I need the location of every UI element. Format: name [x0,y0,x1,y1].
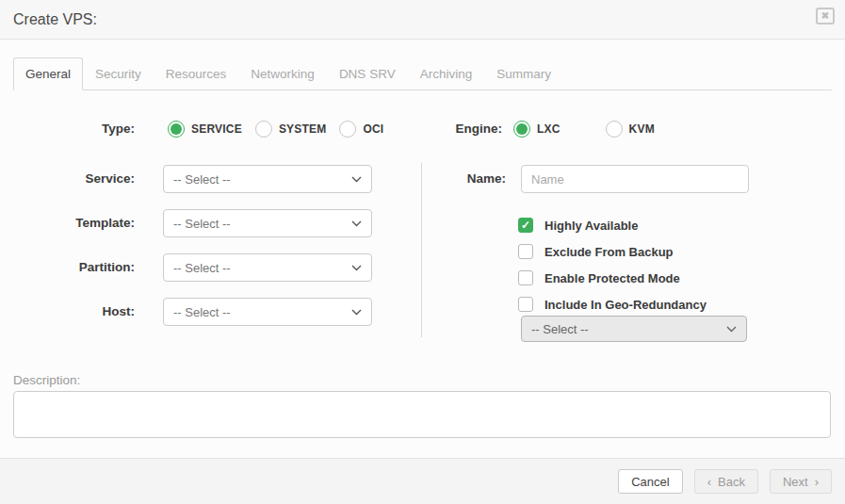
dropdown-label: Host: [0,298,135,326]
radio-icon [513,121,530,138]
radio-option-label: LXC [537,122,561,136]
tab-label: General [25,67,71,81]
select-input[interactable]: -- Select -- [163,253,372,282]
radio-icon [168,121,185,138]
description-textarea[interactable] [13,391,831,438]
cancel-button[interactable]: Cancel [618,469,682,494]
select-input[interactable]: -- Select -- [163,209,372,237]
name-label: Name: [421,165,506,193]
radio-icon [339,121,356,138]
select-value: -- Select -- [173,261,231,275]
select-value: -- Select -- [173,172,231,187]
close-button[interactable]: ✖ [816,8,835,24]
checkbox-option-highly-available[interactable]: ✓ Highly Available [518,218,707,233]
chevron-down-icon [351,176,362,183]
tab-label: Summary [496,67,551,81]
select-input[interactable]: -- Select -- [163,165,372,193]
engine-radio-group: LXC KVM [513,115,655,143]
radio-icon [606,121,623,138]
checkbox-icon: ✓ [518,270,533,285]
create-vps-dialog: Create VPS: ✖ General Security Resources… [0,0,845,504]
tab-security[interactable]: Security [83,57,154,90]
tab-label: Archiving [420,67,473,81]
description-label: Description: [13,373,80,387]
dropdown-row-service: Service: -- Select -- [0,165,421,193]
dropdown-row-template: Template: -- Select -- [0,209,421,237]
radio-option-system[interactable]: SYSTEM [255,121,327,138]
checkbox-option-exclude-from-backup[interactable]: ✓ Exclude From Backup [518,244,707,259]
tab-label: DNS SRV [339,67,396,81]
chevron-down-icon [351,220,362,227]
dialog-header: Create VPS: ✖ [0,0,845,40]
next-button[interactable]: Next › [770,469,832,494]
tab-bar: General Security Resources Networking DN… [13,57,832,90]
type-label: Type: [0,115,135,143]
dropdown-label: Partition: [0,253,135,282]
radio-option-service[interactable]: SERVICE [168,121,242,138]
tab-general[interactable]: General [13,57,83,90]
checkbox-icon: ✓ [518,218,533,233]
type-radio-group: SERVICE SYSTEM OCI [168,115,383,143]
close-icon: ✖ [821,11,829,21]
back-button[interactable]: ‹ Back [694,469,758,494]
tab-dns-srv[interactable]: DNS SRV [327,57,408,90]
tab-summary[interactable]: Summary [484,57,563,90]
checkbox-icon: ✓ [518,244,533,259]
left-dropdown-column: Service: -- Select -- Template: -- Selec… [0,165,421,342]
chevron-down-icon [351,309,362,316]
checkbox-label: Include In Geo-Redundancy [544,298,707,312]
geo-redundancy-select[interactable]: -- Select -- [521,316,747,342]
tab-label: Security [95,67,141,81]
radio-icon [255,121,272,138]
tab-label: Networking [251,67,315,81]
checkbox-label: Enable Protected Mode [544,271,680,285]
radio-option-label: SYSTEM [279,122,327,136]
select-value: -- Select -- [531,322,589,336]
select-value: -- Select -- [173,217,231,231]
radio-option-kvm[interactable]: KVM [606,121,655,138]
tab-networking[interactable]: Networking [238,57,327,90]
dialog-footer: Cancel ‹ Back Next › [0,458,845,504]
engine-label: Engine: [421,115,502,143]
dropdown-label: Template: [0,209,135,237]
checkbox-option-include-in-geo-redundancy[interactable]: ✓ Include In Geo-Redundancy [518,297,707,312]
radio-option-lxc[interactable]: LXC [513,121,561,138]
tab-archiving[interactable]: Archiving [408,57,485,90]
chevron-down-icon [726,326,737,333]
dialog-title: Create VPS: [13,0,97,40]
radio-option-label: SERVICE [191,122,242,136]
dropdown-label: Service: [0,165,135,193]
radio-option-label: OCI [363,122,383,136]
checkbox-group: ✓ Highly Available ✓ Exclude From Backup… [518,218,707,323]
type-engine-row: Type: SERVICE SYSTEM OCI Engine: LXC KVM [0,115,845,143]
tab-label: Resources [166,67,227,81]
name-input[interactable] [521,165,749,193]
checkbox-icon: ✓ [518,297,533,312]
radio-option-label: KVM [629,122,655,136]
chevron-left-icon: ‹ [707,475,711,489]
checkbox-label: Exclude From Backup [544,245,674,259]
select-value: -- Select -- [173,305,231,319]
chevron-right-icon: › [815,475,819,489]
tab-resources[interactable]: Resources [154,57,239,90]
dropdown-row-partition: Partition: -- Select -- [0,253,421,282]
radio-option-oci[interactable]: OCI [339,121,383,138]
chevron-down-icon [351,265,362,271]
checkbox-label: Highly Available [544,219,638,233]
dropdown-row-host: Host: -- Select -- [0,298,421,326]
select-input[interactable]: -- Select -- [163,298,372,326]
checkbox-option-enable-protected-mode[interactable]: ✓ Enable Protected Mode [518,270,707,285]
